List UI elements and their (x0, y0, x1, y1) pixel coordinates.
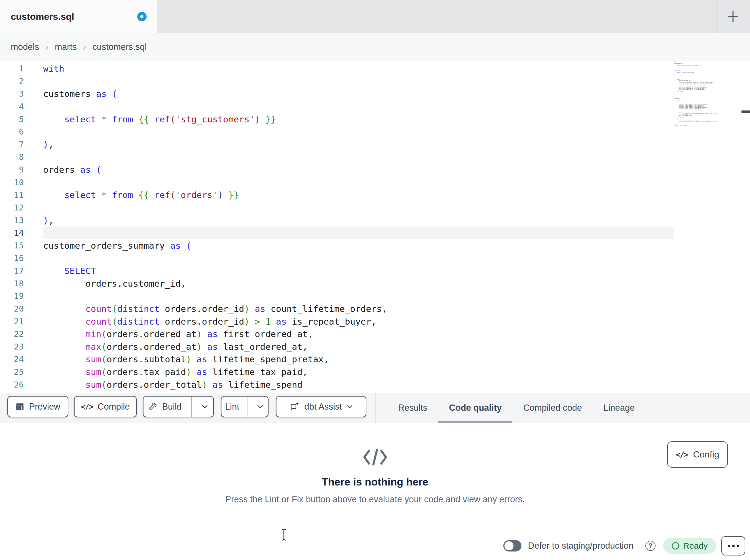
code-line[interactable]: ), (43, 138, 674, 151)
file-tab-customers-sql[interactable]: customers.sql (0, 0, 157, 33)
lint-button-label: Lint (225, 402, 239, 412)
empty-state-code-icon (0, 448, 750, 468)
new-tab-button[interactable] (722, 5, 744, 28)
defer-toggle[interactable] (503, 540, 521, 552)
line-number: 25 (0, 366, 24, 378)
ide-window: customers.sql models›marts›customers.sql… (0, 0, 750, 560)
line-number: 4 (0, 100, 24, 113)
line-number: 12 (0, 201, 24, 214)
code-line[interactable] (43, 252, 674, 265)
empty-state-message: Press the Lint or Fix button above to ev… (0, 494, 750, 504)
lint-split-button: Lint (221, 396, 269, 417)
line-number: 6 (0, 125, 24, 138)
code-line[interactable]: orders as ( (43, 163, 674, 176)
code-brackets-icon: </> (81, 402, 93, 411)
code-line[interactable]: select * from {{ ref('orders') }} (43, 189, 674, 201)
code-line[interactable]: with (43, 62, 674, 75)
code-line[interactable] (43, 201, 674, 214)
tab-code-quality[interactable]: Code quality (438, 393, 512, 423)
status-ring-icon (672, 542, 679, 549)
dbt-assist-button-label: dbt Assist (304, 402, 342, 412)
line-number: 18 (0, 277, 24, 290)
line-number: 5 (0, 113, 24, 126)
code-line[interactable]: sum(orders.subtotal) as lifetime_spend_p… (43, 353, 674, 366)
build-split-button: Build (143, 396, 214, 417)
code-line[interactable]: ), (43, 214, 674, 227)
code-line[interactable]: count(distinct orders.order_id) as count… (43, 303, 674, 315)
action-toolbar: Preview </> Compile Build Lint (0, 393, 750, 423)
lint-button[interactable]: Lint (221, 397, 243, 417)
empty-state: There is nothing here Press the Lint or … (0, 423, 750, 504)
line-number: 15 (0, 240, 24, 252)
editor-scrollbar-thumb[interactable] (742, 110, 750, 113)
breadcrumb-item[interactable]: marts (55, 42, 77, 52)
code-line[interactable] (43, 176, 674, 189)
compile-button[interactable]: </> Compile (74, 396, 137, 417)
compile-button-label: Compile (98, 402, 130, 412)
code-lines[interactable]: with customers as ( select * from {{ ref… (43, 62, 674, 391)
chevron-down-icon (202, 405, 208, 409)
editor-scrollbar-track[interactable] (741, 61, 750, 393)
minimap[interactable]: with customers as ( select * from {{ ref… (674, 61, 717, 131)
code-line[interactable]: sum(orders.order_total) as lifetime_spen… (43, 378, 674, 391)
lint-dropdown-button[interactable] (252, 397, 268, 417)
code-line[interactable] (43, 125, 674, 138)
empty-state-title: There is nothing here (0, 476, 750, 488)
code-line[interactable] (43, 227, 674, 240)
ready-status-badge[interactable]: Ready (663, 538, 716, 554)
code-line[interactable]: max(orders.ordered_at) as last_ordered_a… (43, 340, 674, 353)
file-tab-title: customers.sql (11, 11, 74, 22)
ready-status-label: Ready (683, 541, 708, 551)
code-line[interactable] (43, 75, 674, 88)
line-number: 14 (0, 227, 24, 240)
line-number: 21 (0, 315, 24, 328)
breadcrumb-item[interactable]: customers.sql (93, 42, 146, 52)
split-divider (191, 397, 192, 417)
build-button[interactable]: Build (143, 397, 186, 417)
code-line[interactable] (43, 151, 674, 163)
code-line[interactable]: SELECT (43, 265, 674, 277)
dot-icon (728, 545, 730, 547)
minimap-content: with customers as ( select * from {{ ref… (674, 61, 717, 126)
tab-compiled-code[interactable]: Compiled code (512, 393, 593, 423)
code-line[interactable]: count(distinct orders.order_id) > 1 as i… (43, 315, 674, 328)
split-divider (248, 397, 248, 417)
help-icon[interactable]: ? (645, 541, 656, 551)
toggle-knob (505, 541, 514, 551)
breadcrumb-item[interactable]: models (11, 42, 39, 52)
more-options-button[interactable] (722, 536, 745, 556)
build-dropdown-button[interactable] (196, 397, 213, 417)
breadcrumb: models›marts›customers.sql (11, 41, 146, 53)
tab-results[interactable]: Results (387, 393, 438, 423)
line-number: 26 (0, 378, 24, 391)
line-number: 1 (0, 62, 24, 75)
toolbar-divider (375, 393, 376, 423)
build-button-label: Build (162, 402, 181, 412)
dot-icon (737, 545, 739, 547)
code-line[interactable]: sum(orders.tax_paid) as lifetime_tax_pai… (43, 366, 674, 378)
code-line[interactable]: orders.customer_id, (43, 277, 674, 290)
line-number: 16 (0, 252, 24, 265)
preview-button[interactable]: Preview (7, 396, 68, 417)
line-number: 22 (0, 328, 24, 340)
code-line[interactable]: customer_orders_summary as ( (43, 240, 674, 252)
tab-bar: customers.sql (0, 0, 750, 33)
breadcrumb-separator-icon: › (83, 41, 86, 53)
assist-chat-sparkle-icon (290, 402, 300, 412)
gutter: 1234567891011121314151617181920212223242… (0, 62, 24, 391)
code-line[interactable]: customers as ( (43, 87, 674, 100)
code-line[interactable] (43, 290, 674, 303)
results-panel: </> Config There is nothing here Press t… (0, 423, 750, 531)
tab-lineage[interactable]: Lineage (593, 393, 645, 423)
breadcrumb-bar: models›marts›customers.sql Save (0, 33, 750, 61)
status-bar: Defer to staging/production ? Ready (0, 531, 750, 560)
line-number: 11 (0, 189, 24, 201)
chevron-down-icon (347, 405, 353, 409)
dbt-assist-button[interactable]: dbt Assist (276, 396, 366, 417)
line-number: 2 (0, 75, 24, 88)
code-line[interactable] (43, 100, 674, 113)
code-editor[interactable]: 1234567891011121314151617181920212223242… (0, 61, 750, 393)
tab-bar-divider (716, 0, 716, 33)
code-line[interactable]: select * from {{ ref('stg_customers') }} (43, 113, 674, 126)
code-line[interactable]: min(orders.ordered_at) as first_ordered_… (43, 328, 674, 340)
